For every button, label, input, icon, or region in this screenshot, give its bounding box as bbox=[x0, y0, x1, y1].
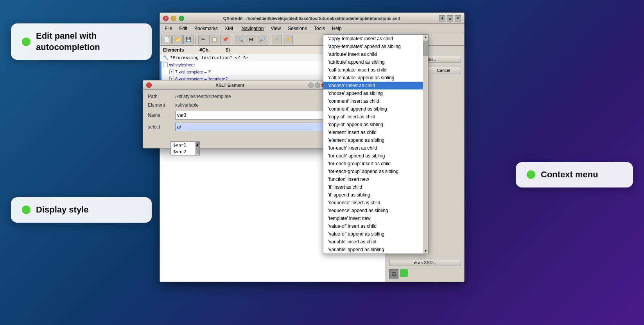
edit-panel-label: Edit panel with autocompletion bbox=[11, 23, 152, 60]
dialog-max[interactable] bbox=[315, 82, 320, 88]
context-for-each-child[interactable]: 'for-each' insert as child bbox=[323, 144, 423, 152]
toolbar-find[interactable]: 🔍 bbox=[235, 35, 245, 44]
toolbar-sep1 bbox=[195, 35, 197, 44]
autocomplete-container: $var1 $var2 ▲ bbox=[171, 142, 199, 155]
context-sequence-sibling[interactable]: 'sequence' append as sibling bbox=[323, 207, 423, 214]
context-variable-child[interactable]: 'variable' insert as child bbox=[323, 238, 423, 246]
minimize-button[interactable] bbox=[171, 16, 176, 21]
toolbar-new[interactable]: 📄 bbox=[161, 35, 172, 44]
name-row: Name bbox=[148, 111, 325, 120]
menu-navigation[interactable]: Navigation bbox=[239, 25, 267, 32]
autocomplete-popup: $var1 $var2 ▲ bbox=[170, 141, 200, 155]
context-call-template-child[interactable]: 'call-template' insert as child bbox=[323, 66, 423, 74]
context-template-new[interactable]: 'template' insert new bbox=[323, 214, 423, 222]
context-menu-container: 'apply-templates' insert as child 'apply… bbox=[323, 34, 429, 254]
context-for-each-group-sibling[interactable]: 'for-each-group' append as sibling bbox=[323, 168, 423, 175]
bottom-icons: □ bbox=[389, 269, 461, 279]
toolbar-cut[interactable]: ✂ bbox=[198, 35, 208, 44]
toolbar-paste[interactable]: 📌 bbox=[220, 35, 230, 44]
toolbar-copy[interactable]: 📋 bbox=[209, 35, 219, 44]
context-function-new[interactable]: 'function' insert new bbox=[323, 175, 423, 183]
menu-edit[interactable]: Edit bbox=[176, 25, 190, 32]
autocomplete-scrollbar[interactable]: ▲ bbox=[196, 142, 199, 155]
menu-file[interactable]: File bbox=[161, 25, 175, 32]
toolbar-star[interactable]: ★ bbox=[283, 35, 293, 44]
context-copy-of-sibling[interactable]: 'copy-of' append as sibling bbox=[323, 121, 423, 129]
autocomplete-item-var2[interactable]: $var2 bbox=[171, 148, 196, 155]
element-value: xsl:variable bbox=[175, 102, 199, 108]
context-value-of-child[interactable]: 'value-of' insert as child bbox=[323, 222, 423, 230]
select-input[interactable] bbox=[175, 123, 325, 131]
win-btn-1[interactable]: ▼ bbox=[439, 15, 445, 21]
context-call-template-sibling[interactable]: 'call-template' append as sibling bbox=[323, 74, 423, 82]
autocomplete-var1-text: $var1 bbox=[173, 143, 186, 148]
menu-xml[interactable]: XML bbox=[222, 25, 238, 32]
xslt-dialog-title: XSLT Element bbox=[215, 83, 244, 88]
toolbar-open[interactable]: 📂 bbox=[172, 35, 183, 44]
name-input[interactable] bbox=[175, 111, 325, 120]
menu-help[interactable]: Help bbox=[329, 25, 345, 32]
expand-btn[interactable]: + bbox=[169, 70, 174, 74]
context-value-of-sibling[interactable]: 'value-of' append as sibling bbox=[323, 230, 423, 238]
window-title: QXmlEdit - /home/lbell/devel/qxmledit/xs… bbox=[223, 16, 400, 21]
menu-bookmarks[interactable]: Bookmarks bbox=[191, 25, 221, 32]
toolbar-sep2 bbox=[232, 35, 233, 44]
bottom-area: w as XSD... □ bbox=[389, 259, 461, 279]
dialog-min[interactable] bbox=[308, 82, 314, 88]
toolbar-check[interactable]: ✓ bbox=[272, 35, 282, 44]
xslt-dialog: XSLT Element ✕ Path: /xsl:stylesheet/xsl… bbox=[143, 80, 330, 148]
main-titlebar: ✕ QXmlEdit - /home/lbell/devel/qxmledit/… bbox=[160, 13, 464, 24]
toolbar-replace[interactable]: ⊞ bbox=[246, 35, 256, 44]
close-button[interactable]: ✕ bbox=[163, 16, 169, 21]
name-label: Name bbox=[148, 112, 171, 118]
context-attribute-child[interactable]: 'attribute' insert as child bbox=[323, 50, 423, 58]
edit-panel-text: Edit panel with autocompletion bbox=[36, 30, 141, 53]
expand-btn[interactable]: - bbox=[163, 62, 168, 67]
scroll-up-arrow[interactable]: ▲ bbox=[423, 35, 428, 40]
context-menu-scrollbar[interactable]: ▲ ▼ bbox=[423, 34, 429, 254]
context-element-child[interactable]: 'element' insert as child bbox=[323, 129, 423, 136]
context-menu-dot bbox=[527, 170, 535, 179]
cancel-button[interactable]: Cancel bbox=[426, 67, 461, 74]
elements-col-si: Si bbox=[225, 47, 230, 53]
context-choose-sibling[interactable]: 'choose' append as sibling bbox=[323, 89, 423, 97]
context-for-each-sibling[interactable]: 'for-each' append as sibling bbox=[323, 152, 423, 160]
context-for-each-group-child[interactable]: 'for-each-group' insert as child bbox=[323, 160, 423, 168]
context-choose-child[interactable]: 'choose' insert as child bbox=[323, 82, 423, 89]
pi-icon: 🔧 bbox=[163, 55, 169, 60]
menu-sessions[interactable]: Sessions bbox=[285, 25, 310, 32]
toolbar-save[interactable]: 💾 bbox=[183, 35, 194, 44]
autocomplete-item-var1[interactable]: $var1 bbox=[171, 142, 196, 148]
dialog-close[interactable] bbox=[146, 82, 152, 88]
maximize-button[interactable] bbox=[179, 16, 184, 21]
autocomplete-list: $var1 $var2 bbox=[171, 142, 196, 155]
context-comment-child[interactable]: 'comment' insert as child bbox=[323, 97, 423, 105]
scroll-thumb[interactable] bbox=[423, 41, 428, 56]
select-row: select bbox=[148, 123, 325, 131]
context-variable-sibling[interactable]: 'variable' append as sibling bbox=[323, 246, 423, 254]
path-label: Path: bbox=[148, 94, 171, 99]
xslt-dialog-body: Path: /xsl:stylesheet/xsl:template Eleme… bbox=[143, 90, 330, 135]
autocomplete-scroll-up[interactable]: ▲ bbox=[196, 142, 199, 145]
menu-tools[interactable]: Tools bbox=[311, 25, 328, 32]
context-comment-sibling[interactable]: 'comment' append as sibling bbox=[323, 105, 423, 113]
context-element-sibling[interactable]: 'element' append as sibling bbox=[323, 136, 423, 144]
view-as-xsd-button[interactable]: w as XSD... bbox=[389, 259, 461, 266]
context-apply-templates-child[interactable]: 'apply-templates' insert as child bbox=[323, 35, 423, 43]
menu-view[interactable]: View bbox=[267, 25, 284, 32]
toolbar-zoom[interactable]: 🔎 bbox=[257, 35, 267, 44]
dialog-buttons bbox=[146, 82, 152, 88]
context-attribute-sibling[interactable]: 'attribute' append as sibling bbox=[323, 58, 423, 66]
win-btn-3[interactable]: ✕ bbox=[455, 15, 461, 21]
scroll-down-arrow[interactable]: ▼ bbox=[423, 248, 428, 254]
context-if-sibling[interactable]: 'if' append as sibling bbox=[323, 191, 423, 199]
context-copy-of-child[interactable]: 'copy-of' insert as child bbox=[323, 113, 423, 121]
win-btn-2[interactable]: ▲ bbox=[447, 15, 453, 21]
green-badge bbox=[400, 269, 408, 277]
autocomplete-var2-text: $var2 bbox=[173, 149, 186, 154]
context-sequence-child[interactable]: 'sequence' insert as child bbox=[323, 199, 423, 207]
context-apply-templates-sibling[interactable]: 'apply-templates' append as sibling bbox=[323, 43, 423, 50]
element-row: Element xsl:variable bbox=[148, 102, 325, 108]
context-menu-text: Context menu bbox=[541, 169, 598, 180]
context-if-child[interactable]: 'if' insert as child bbox=[323, 183, 423, 191]
